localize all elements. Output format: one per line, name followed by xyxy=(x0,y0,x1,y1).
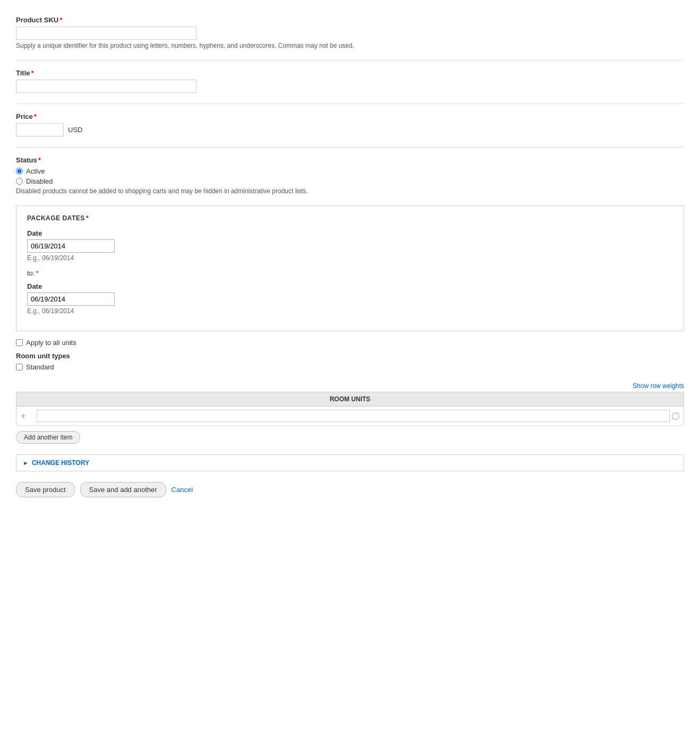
price-label-text: Price xyxy=(16,113,33,120)
price-input[interactable] xyxy=(16,123,64,136)
room-unit-types-section: Room unit types Standard xyxy=(16,352,684,371)
package-dates-required: * xyxy=(86,214,89,222)
currency-label: USD xyxy=(68,126,82,134)
package-dates-box: PACKAGE DATES* Date E.g., 06/19/2014 to:… xyxy=(16,205,684,331)
to-date-label: Date xyxy=(27,282,673,290)
status-active-radio[interactable] xyxy=(16,168,23,175)
status-label: Status* xyxy=(16,156,684,164)
price-required: * xyxy=(34,113,37,120)
to-separator-text: to: xyxy=(27,269,35,277)
apply-all-label: Apply to all units xyxy=(26,339,76,347)
status-disabled-radio[interactable] xyxy=(16,178,23,185)
standard-unit-checkbox[interactable] xyxy=(16,364,23,370)
product-sku-label: Product SKU* xyxy=(16,16,684,24)
from-date-label: Date xyxy=(27,229,673,237)
title-label-text: Title xyxy=(16,69,30,77)
table-row: + xyxy=(16,407,684,426)
status-active-item: Active xyxy=(16,167,684,175)
save-and-add-another-button[interactable]: Save and add another xyxy=(80,482,166,497)
to-date-input[interactable] xyxy=(27,292,115,306)
save-product-button[interactable]: Save product xyxy=(16,482,75,497)
package-dates-title-text: PACKAGE DATES xyxy=(27,214,85,222)
room-unit-icon xyxy=(672,412,679,420)
to-date-example: E.g., 06/19/2014 xyxy=(27,307,673,315)
status-disabled-item: Disabled xyxy=(16,177,684,185)
standard-unit-row: Standard xyxy=(16,363,684,371)
status-label-text: Status xyxy=(16,156,37,164)
show-row-weights-link[interactable]: Show row weights xyxy=(633,382,684,390)
drag-handle-cell: + xyxy=(16,407,32,426)
price-section: Price* USD xyxy=(16,113,684,136)
add-another-item-row: Add another item xyxy=(16,431,684,444)
from-date-input[interactable] xyxy=(27,239,115,253)
product-sku-help: Supply a unique identifier for this prod… xyxy=(16,42,684,49)
from-date-example: E.g., 06/19/2014 xyxy=(27,254,673,262)
change-history-label: CHANGE HISTORY xyxy=(32,459,89,467)
product-sku-required: * xyxy=(59,16,62,24)
product-sku-section: Product SKU* Supply a unique identifier … xyxy=(16,16,684,49)
room-unit-input[interactable] xyxy=(37,410,670,422)
package-dates-title: PACKAGE DATES* xyxy=(27,214,673,222)
apply-all-row: Apply to all units xyxy=(16,339,684,347)
title-input[interactable] xyxy=(16,80,197,93)
product-sku-input[interactable] xyxy=(16,27,197,40)
room-unit-input-cell xyxy=(32,407,684,426)
title-required: * xyxy=(31,69,34,77)
drag-handle-icon[interactable]: + xyxy=(21,411,25,420)
price-row: USD xyxy=(16,123,684,136)
room-units-table: ROOM UNITS + xyxy=(16,392,684,426)
change-history-section: ► CHANGE HISTORY xyxy=(16,454,684,471)
action-buttons-row: Save product Save and add another Cancel xyxy=(16,482,684,497)
status-required: * xyxy=(38,156,41,164)
room-units-header: ROOM UNITS xyxy=(16,392,684,407)
from-date-group: Date E.g., 06/19/2014 xyxy=(27,229,673,262)
status-active-label: Active xyxy=(26,167,45,175)
price-label: Price* xyxy=(16,113,684,120)
show-row-weights-row: Show row weights xyxy=(16,382,684,390)
change-history-arrow-icon: ► xyxy=(23,460,29,466)
title-label: Title* xyxy=(16,69,684,77)
add-another-item-button[interactable]: Add another item xyxy=(16,431,80,444)
room-unit-types-heading: Room unit types xyxy=(16,352,684,360)
status-radio-group: Active Disabled xyxy=(16,167,684,185)
to-date-group: Date E.g., 06/19/2014 xyxy=(27,282,673,315)
status-section: Status* Active Disabled Disabled product… xyxy=(16,156,684,195)
cancel-button[interactable]: Cancel xyxy=(172,486,193,494)
change-history-header[interactable]: ► CHANGE HISTORY xyxy=(16,455,684,471)
apply-all-checkbox[interactable] xyxy=(16,339,23,346)
status-help: Disabled products cannot be added to sho… xyxy=(16,187,684,195)
to-required: * xyxy=(36,269,38,277)
title-section: Title* xyxy=(16,69,684,93)
standard-unit-label: Standard xyxy=(26,363,54,371)
to-separator: to:* xyxy=(27,269,673,277)
status-disabled-label: Disabled xyxy=(26,177,53,185)
product-sku-label-text: Product SKU xyxy=(16,16,58,24)
